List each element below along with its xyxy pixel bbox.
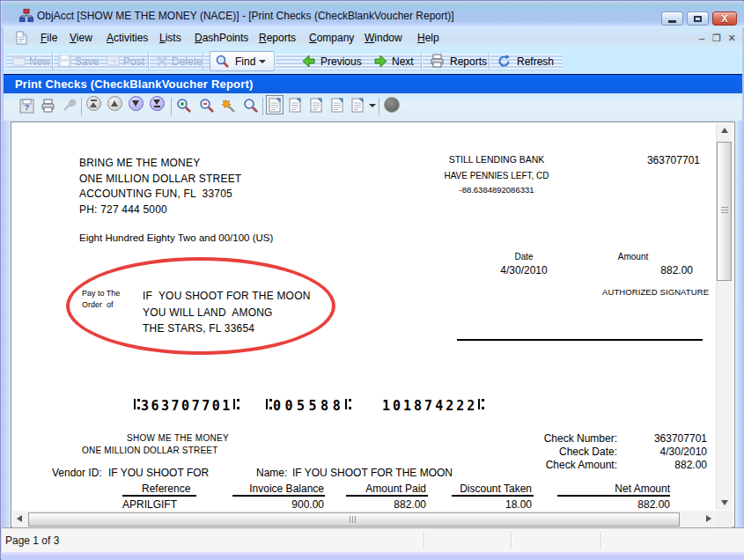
check-number-value: 363707701 xyxy=(619,432,707,445)
close-button[interactable]: X xyxy=(712,11,737,26)
reports-button[interactable]: Reports xyxy=(450,55,487,68)
first-page-icon[interactable] xyxy=(86,96,101,111)
check-amount-label: Check Amount: xyxy=(529,459,617,471)
toolbar-separator xyxy=(52,53,53,70)
find-dropdown-icon[interactable] xyxy=(259,60,266,63)
save-button[interactable]: Save xyxy=(75,55,99,68)
menu-file[interactable]: File xyxy=(41,32,57,44)
scroll-up-icon[interactable] xyxy=(721,128,728,133)
export-icon[interactable]: ? xyxy=(19,99,34,114)
page-layout-4-icon[interactable] xyxy=(331,98,344,113)
refresh-icon xyxy=(497,54,512,69)
col-header-net-amount: Net Amount xyxy=(557,483,670,495)
menu-company[interactable]: Company xyxy=(309,32,354,44)
post-icon xyxy=(107,54,121,68)
page-layout-2-icon[interactable] xyxy=(289,98,302,113)
zoom-icon[interactable] xyxy=(243,98,259,114)
payer-line: PH: 727 444 5000 xyxy=(79,203,241,218)
reports-icon xyxy=(430,54,445,69)
bank-address: HAVE PENNIES LEFT, CD xyxy=(427,170,566,181)
status-page-indicator: Page 1 of 3 xyxy=(5,534,59,547)
check-date-label: Check Date: xyxy=(529,446,617,458)
close-icon: X xyxy=(713,12,736,25)
vendor-id-value: IF YOU SHOOT FOR xyxy=(108,467,209,479)
previous-button[interactable]: Previous xyxy=(320,55,362,68)
refresh-button[interactable]: Refresh xyxy=(517,55,554,68)
report-toolbar-separator xyxy=(171,98,172,115)
scroll-right-icon[interactable] xyxy=(706,515,711,522)
check-number-label: Check Number: xyxy=(529,432,617,445)
menu-view[interactable]: View xyxy=(70,32,92,44)
window-border-bottom xyxy=(2,552,744,560)
page-layout-1-icon[interactable] xyxy=(269,98,282,113)
payer-line: ACCOUNTING FUN, FL 33705 xyxy=(79,187,241,203)
col-header-reference: Reference xyxy=(142,483,190,495)
header-underline xyxy=(452,495,534,497)
status-bar: Page 1 of 3 xyxy=(2,527,744,552)
menu-window[interactable]: Window xyxy=(365,32,402,44)
report-toolbar-separator xyxy=(262,98,263,115)
page-layout-3-icon[interactable] xyxy=(310,98,323,113)
payer-line: BRING ME THE MONEY xyxy=(79,156,241,172)
maximize-button[interactable] xyxy=(687,11,709,26)
zoom-out-icon[interactable] xyxy=(199,98,215,114)
micr-check-number: 101874222 xyxy=(382,398,485,414)
micr-transit-symbol xyxy=(133,399,141,410)
last-page-icon[interactable] xyxy=(150,96,165,111)
layout-dropdown-icon[interactable] xyxy=(369,104,376,107)
stop-icon[interactable] xyxy=(384,97,400,113)
title-bar: ObjAcct [SHOW ME THE MONEY (NACE)] - [Pr… xyxy=(2,2,744,27)
new-button[interactable]: New xyxy=(29,55,50,68)
report-toolbar-separator xyxy=(81,98,82,115)
menu-bar: File View Activities Lists DashPoints Re… xyxy=(4,27,742,49)
stub-company-street: ONE MILLION DOLLAR STREET xyxy=(82,446,217,455)
menu-lists[interactable]: Lists xyxy=(159,32,181,44)
status-separator xyxy=(511,532,512,549)
zoom-in-icon[interactable] xyxy=(176,98,192,114)
menu-help[interactable]: Help xyxy=(417,32,439,44)
cell-discount-taken: 18.00 xyxy=(452,498,532,511)
document-icon[interactable] xyxy=(16,31,27,45)
print-icon[interactable] xyxy=(41,99,55,114)
toolbar-separator xyxy=(421,53,422,70)
menu-activities[interactable]: Activities xyxy=(107,32,148,44)
cell-reference: APRILGIFT xyxy=(122,498,177,511)
app-window: ObjAcct [SHOW ME THE MONEY (NACE)] - [Pr… xyxy=(0,0,744,560)
menu-dashpoints[interactable]: DashPoints xyxy=(195,32,248,44)
report-toolbar-separator xyxy=(379,98,379,115)
cell-amount-paid: 882.00 xyxy=(346,498,426,511)
vertical-scrollbar-thumb[interactable] xyxy=(717,142,732,281)
micr-transit-symbol xyxy=(477,399,485,410)
post-button[interactable]: Post xyxy=(123,55,144,68)
maximize-icon xyxy=(694,16,702,22)
scroll-down-icon[interactable] xyxy=(721,500,728,505)
mdi-minimize-button[interactable]: – xyxy=(696,32,708,44)
new-icon xyxy=(12,54,26,68)
prev-page-icon[interactable] xyxy=(107,96,122,111)
page-layout-5-icon[interactable] xyxy=(351,98,365,113)
menu-reports[interactable]: Reports xyxy=(259,32,296,44)
next-page-icon[interactable] xyxy=(129,96,144,111)
amount-in-words: Eight Hundred Eighty Two and 00/100 (US) xyxy=(79,232,273,243)
signature-line xyxy=(457,339,703,341)
delete-button[interactable]: Delete xyxy=(172,55,203,68)
mdi-restore-button[interactable]: ❐ xyxy=(711,32,723,44)
bank-name: STILL LENDING BANK xyxy=(424,154,570,165)
check-bank-block: STILL LENDING BANK HAVE PENNIES LEFT, CD… xyxy=(424,154,570,195)
scroll-left-icon[interactable] xyxy=(17,515,22,522)
horizontal-scrollbar-thumb[interactable] xyxy=(28,512,680,527)
find-button[interactable]: Find xyxy=(235,55,255,68)
zoom-wand-icon[interactable] xyxy=(220,98,236,114)
next-button[interactable]: Next xyxy=(392,55,414,68)
micr-onus-symbol xyxy=(344,399,352,410)
micr-transit-symbol xyxy=(232,399,240,410)
check-number-top: 363707701 xyxy=(617,154,700,166)
header-underline xyxy=(346,495,428,497)
mdi-close-button[interactable]: ✕ xyxy=(726,32,738,44)
header-underline xyxy=(232,495,325,497)
settings-icon[interactable] xyxy=(62,99,77,114)
micr-onus-symbol xyxy=(265,399,273,410)
minimize-button[interactable] xyxy=(661,11,683,26)
red-circle-annotation xyxy=(66,257,335,355)
cell-net-amount: 882.00 xyxy=(557,498,670,511)
